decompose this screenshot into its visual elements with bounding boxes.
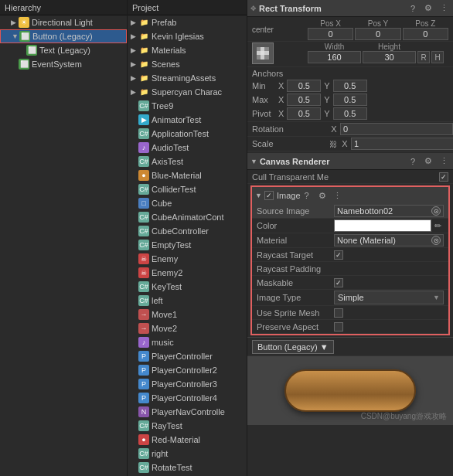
project-item-label: CubeController — [152, 226, 209, 236]
project-item-left[interactable]: ▶ C# left — [128, 294, 247, 308]
project-item-materials[interactable]: ▶ 📁 Materials — [128, 43, 247, 57]
project-item-playerctrl4[interactable]: ▶ P PlayerController4 — [128, 391, 247, 405]
canvas-renderer-header[interactable]: ▼ Canvas Renderer ? ⚙ ⋮ — [247, 153, 453, 170]
button-legacy-label: Button (Legacy) ▼ — [257, 342, 329, 352]
fold-arrow-icon2: ▼ — [255, 192, 262, 199]
scale-x-input[interactable] — [351, 138, 453, 150]
project-item-keytest[interactable]: ▶ C# KeyTest — [128, 280, 247, 294]
cull-checkbox[interactable]: ✓ — [439, 172, 448, 182]
posz-input[interactable] — [403, 28, 448, 40]
material-value: None (Material) — [337, 236, 396, 245]
material-picker-icon[interactable]: ⊙ — [431, 236, 441, 245]
overflow-icon3[interactable]: ⋮ — [332, 189, 344, 202]
script-icon: C# — [138, 281, 149, 292]
posy-input[interactable] — [355, 28, 400, 40]
settings-icon3[interactable]: ⚙ — [316, 189, 329, 202]
raycast-target-checkbox[interactable]: ✓ — [334, 250, 343, 260]
project-item-animtest[interactable]: ▶ ▶ AnimatorTest — [128, 113, 247, 127]
project-item-bluemat[interactable]: ▶ ● Blue-Material — [128, 168, 247, 182]
project-item-label: Tree9 — [152, 101, 173, 110]
max-y-input[interactable] — [333, 94, 367, 106]
project-item-streaming[interactable]: ▶ 📁 StreamingAssets — [128, 71, 247, 85]
hierarchy-item-text-legacy[interactable]: ⬜ Text (Legacy) — [0, 43, 127, 57]
script-icon: C# — [138, 100, 149, 111]
project-item-cube[interactable]: ▶ □ Cube — [128, 196, 247, 210]
project-item-audiotest[interactable]: ▶ ♪ AudioTest — [128, 141, 247, 155]
project-item-emptytest[interactable]: ▶ C# EmptyTest — [128, 238, 247, 252]
project-item-cubectrl[interactable]: ▶ C# CubeController — [128, 224, 247, 238]
project-item-enemy[interactable]: ▶ ☠ Enemy — [128, 252, 247, 266]
folder-icon: 📁 — [138, 31, 149, 42]
enemy-icon: ☠ — [138, 253, 149, 264]
help-icon2[interactable]: ? — [407, 155, 419, 168]
overflow-icon[interactable]: ⋮ — [438, 2, 450, 15]
maskable-checkbox[interactable]: ✓ — [334, 278, 343, 287]
project-item-collidertest[interactable]: ▶ C# ColliderTest — [128, 182, 247, 196]
overflow-icon2[interactable]: ⋮ — [438, 155, 450, 168]
button-legacy-dropdown[interactable]: Button (Legacy) ▼ — [252, 340, 334, 354]
project-item-playerctrl2[interactable]: ▶ P PlayerController2 — [128, 363, 247, 377]
anchor-visual[interactable] — [252, 42, 274, 64]
pivot-y-input[interactable] — [333, 107, 367, 120]
image-type-dropdown[interactable]: Simple ▼ — [334, 291, 444, 304]
project-item-prefab[interactable]: ▶ 📁 Prefab — [128, 15, 247, 29]
color-picker-icon[interactable]: ✏ — [431, 219, 444, 232]
project-item-label: Enemy2 — [152, 268, 182, 277]
image-header[interactable]: ▼ ✓ Image ? ⚙ ⋮ — [252, 187, 448, 204]
project-item-axistest[interactable]: ▶ C# AxisTest — [128, 155, 247, 168]
project-item-redmat[interactable]: ▶ ● Red-Material — [128, 433, 247, 447]
project-item-label: RayTest — [152, 421, 182, 430]
project-item-supercyan[interactable]: ▶ 📁 Supercyan Charac — [128, 85, 247, 99]
project-item-tree9[interactable]: ▶ C# Tree9 — [128, 99, 247, 113]
project-item-enemy2[interactable]: ▶ ☠ Enemy2 — [128, 266, 247, 280]
project-item-move2[interactable]: ▶ → Move2 — [128, 321, 247, 335]
project-item-label: Kevin Iglesias — [152, 32, 204, 41]
hierarchy-item-eventsystem[interactable]: ⬜ EventSystem — [0, 57, 127, 71]
project-item-kevin[interactable]: ▶ 📁 Kevin Iglesias — [128, 29, 247, 43]
min-x-input[interactable] — [287, 80, 321, 92]
use-sprite-checkbox[interactable] — [334, 308, 343, 318]
project-item-scenes[interactable]: ▶ 📁 Scenes — [128, 57, 247, 71]
project-item-move1[interactable]: ▶ → Move1 — [128, 308, 247, 321]
color-label: Color — [257, 221, 334, 230]
preserve-aspect-row: Preserve Aspect — [252, 320, 448, 334]
material-field[interactable]: None (Material) ⊙ — [334, 234, 444, 246]
rect-transform-header[interactable]: ✥ Rect Transform ? ⚙ ⋮ — [247, 0, 453, 17]
posx-input[interactable] — [308, 28, 353, 40]
project-item-raytest[interactable]: ▶ C# RayTest — [128, 419, 247, 433]
project-item-apptest[interactable]: ▶ C# ApplicationTest — [128, 127, 247, 141]
height-input[interactable] — [363, 51, 416, 63]
hierarchy-item-button-legacy[interactable]: ▼ ⬜ Button (Legacy) — [0, 29, 127, 43]
r-button[interactable]: R — [417, 51, 430, 63]
folder-icon: 📁 — [138, 17, 149, 28]
project-item-rotatetest[interactable]: ▶ C# RotateTest — [128, 461, 247, 474]
preserve-aspect-checkbox[interactable] — [334, 322, 343, 332]
project-item-playerctrl[interactable]: ▶ P PlayerController — [128, 349, 247, 363]
hierarchy-item-directional-light[interactable]: ▶ ☀ Directional Light — [0, 15, 127, 29]
rot-x-input[interactable] — [340, 123, 453, 135]
object-picker-icon[interactable]: ⊙ — [431, 206, 441, 216]
image-enable-checkbox[interactable]: ✓ — [264, 191, 274, 200]
project-item-playerctrl3[interactable]: ▶ P PlayerController3 — [128, 377, 247, 391]
project-item-label: PlayerController — [152, 352, 213, 361]
max-x-input[interactable] — [287, 94, 321, 106]
min-y-input[interactable] — [333, 80, 367, 92]
source-image-field[interactable]: Namebotton02 ⊙ — [334, 205, 444, 217]
project-item-playernav[interactable]: ▶ N PlayerNavControlle — [128, 405, 247, 419]
settings-icon[interactable]: ⚙ — [422, 2, 434, 15]
project-item-music[interactable]: ▶ ♪ music — [128, 335, 247, 349]
project-item-cubeanim[interactable]: ▶ C# CubeAnimatorCont — [128, 210, 247, 224]
width-input[interactable] — [308, 51, 361, 63]
cube-icon: □ — [138, 198, 149, 209]
x-axis-label2: X — [340, 139, 349, 148]
pivot-x-input[interactable] — [287, 107, 321, 120]
project-item-label: Scenes — [152, 60, 180, 69]
help-icon[interactable]: ? — [407, 2, 419, 15]
project-item-right[interactable]: ▶ C# right — [128, 447, 247, 461]
anchors-section: Anchors Min X Y Max X Y Pivot X Y — [247, 67, 453, 122]
audio-icon: ♪ — [138, 142, 149, 153]
color-field[interactable] — [334, 219, 431, 232]
h-button[interactable]: H — [431, 51, 444, 63]
settings-icon2[interactable]: ⚙ — [422, 155, 434, 168]
help-icon3[interactable]: ? — [301, 189, 313, 202]
